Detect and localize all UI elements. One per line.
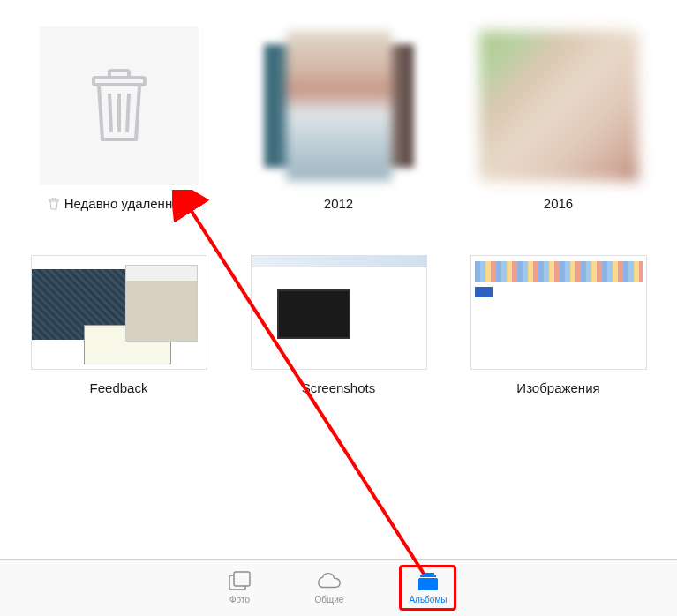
album-2012[interactable]: 2012 xyxy=(246,26,431,211)
album-label: Недавно удаленные xyxy=(64,196,190,211)
album-thumbnail-images xyxy=(470,255,647,370)
tab-shared[interactable]: Общие xyxy=(308,567,351,608)
album-label: Изображения xyxy=(516,380,599,395)
svg-rect-6 xyxy=(49,199,58,201)
tab-albums[interactable]: Альбомы xyxy=(399,565,456,611)
album-recently-deleted[interactable]: Недавно удаленные xyxy=(26,26,211,211)
tab-bar: Фото Общие Альбомы xyxy=(0,559,677,616)
album-label: 2016 xyxy=(544,196,573,211)
tab-label: Фото xyxy=(229,595,250,605)
svg-rect-10 xyxy=(420,575,436,577)
album-thumbnail-feedback xyxy=(31,255,207,370)
albums-icon xyxy=(416,571,440,592)
album-label: 2012 xyxy=(324,196,353,211)
svg-rect-11 xyxy=(418,578,438,590)
photos-icon xyxy=(228,571,252,592)
album-label: Feedback xyxy=(90,380,148,395)
album-screenshots[interactable]: Screenshots xyxy=(246,255,431,395)
album-grid: Недавно удаленные 2012 2016 Feedback Scr xyxy=(26,26,651,395)
albums-grid-container: Недавно удаленные 2012 2016 Feedback Scr xyxy=(0,0,677,559)
album-thumbnail-2012 xyxy=(260,26,418,185)
svg-line-2 xyxy=(109,94,111,132)
album-thumbnail-2016 xyxy=(479,26,638,185)
album-label-row: Недавно удаленные xyxy=(49,196,190,211)
album-label: Screenshots xyxy=(302,380,375,395)
cloud-icon xyxy=(317,571,342,592)
album-thumbnail-recently-deleted xyxy=(40,26,199,185)
tab-label: Альбомы xyxy=(409,595,447,605)
album-thumbnail-screenshots xyxy=(251,255,427,370)
trash-icon xyxy=(88,69,150,144)
svg-line-4 xyxy=(127,94,129,132)
tab-label: Общие xyxy=(315,595,344,605)
trash-icon-small xyxy=(49,198,59,210)
album-images[interactable]: Изображения xyxy=(466,255,651,395)
svg-rect-1 xyxy=(94,78,145,85)
tab-photos[interactable]: Фото xyxy=(221,567,260,608)
album-2016[interactable]: 2016 xyxy=(466,26,651,211)
svg-rect-8 xyxy=(234,572,250,586)
svg-rect-9 xyxy=(422,573,434,575)
album-feedback[interactable]: Feedback xyxy=(26,255,211,395)
